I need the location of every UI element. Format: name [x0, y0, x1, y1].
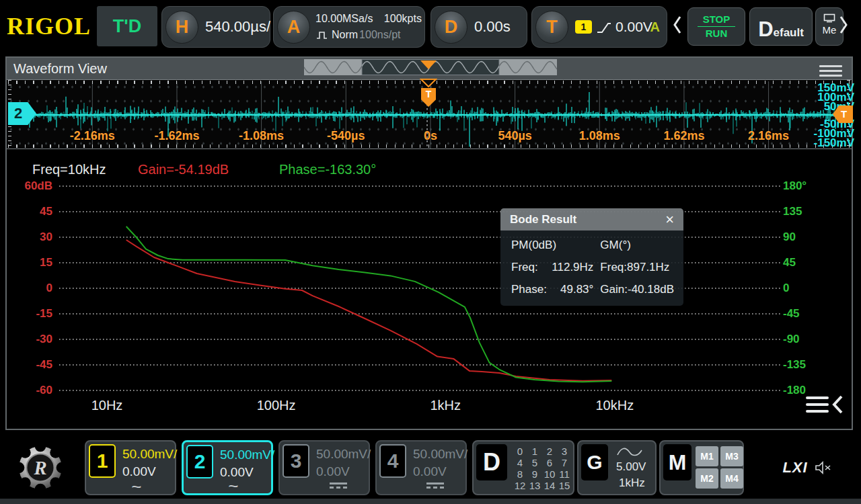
math-m3-button[interactable]: M3: [720, 446, 743, 466]
phase-axis-tick: 180°: [783, 179, 807, 193]
channel-offset: 0.00V: [316, 464, 350, 479]
result-label: Phase:: [511, 283, 547, 296]
lxi-status[interactable]: LXI: [759, 438, 856, 497]
gm-header: GM(°): [600, 239, 674, 252]
delay-group[interactable]: D 0.00s: [430, 6, 527, 48]
dialog-title: Bode Result: [510, 213, 576, 226]
dc-coupling-icon: [330, 482, 347, 489]
freq-axis-tick: 10Hz: [91, 398, 123, 413]
result-value: Gain:-40.18dB: [600, 283, 674, 296]
result-row: Freq:897.1Hz: [600, 261, 674, 274]
collapse-menu-icon[interactable]: [806, 395, 848, 418]
digital-channel-1: 1: [527, 446, 542, 457]
result-value: 49.83°: [560, 283, 593, 296]
time-label: 0s: [424, 129, 437, 143]
digital-channel-13: 13: [527, 480, 542, 491]
result-row: Phase:49.83°: [511, 283, 593, 296]
gain-axis-tick: 30: [5, 230, 52, 244]
stop-label: STOP: [703, 14, 731, 25]
generator-button[interactable]: G 5.00V 1kHz: [577, 440, 657, 495]
acquire-mode: Norm: [332, 29, 358, 41]
sample-rate: 10.00MSa/s: [315, 13, 373, 24]
channel-1-button[interactable]: 150.00mV/0.00V~: [85, 440, 176, 495]
gain-axis-tick: -60: [5, 384, 52, 397]
channel-4-button[interactable]: 450.00mV/0.00V: [375, 440, 467, 495]
navigator-position-icon[interactable]: [420, 60, 437, 69]
pulse-icon: [315, 30, 332, 40]
math-m4-button[interactable]: M4: [720, 468, 743, 489]
digital-channel-15: 15: [557, 480, 572, 491]
freq-axis-tick: 10kHz: [595, 398, 634, 413]
bode-result-dialog: Bode Result × PM(0dB) Freq:112.9HzPhase:…: [500, 208, 683, 306]
close-icon[interactable]: ×: [665, 212, 674, 227]
digital-channel-3: 3: [557, 446, 572, 457]
sound-muted-icon[interactable]: [815, 460, 832, 475]
math-m2-button[interactable]: M2: [696, 468, 718, 489]
ac-coupling-icon: ~: [228, 478, 238, 493]
time-label: 1.62ms: [663, 129, 704, 143]
menu-icon[interactable]: [819, 62, 842, 79]
gain-axis-tick: 0: [5, 282, 52, 295]
channel-scale: 50.00mV/: [316, 447, 371, 462]
gain-axis-tick: 15: [5, 256, 52, 269]
phase-axis-tick: -45: [783, 307, 800, 321]
trigger-position-icon[interactable]: [420, 79, 437, 87]
window-title: Waveform View: [13, 58, 107, 79]
phase-axis-tick: -135: [783, 358, 806, 372]
digital-channel-2: 2: [542, 446, 557, 457]
phase-axis-tick: 135: [783, 205, 802, 218]
time-label: -1.62ms: [154, 129, 199, 143]
channel-3-button[interactable]: 350.00mV/0.00V: [278, 440, 370, 495]
phase-axis-tick: -180: [783, 384, 806, 397]
bottom-strip: [0, 499, 861, 504]
channel-scale: 50.00mV/: [122, 447, 177, 462]
digital-channels-button[interactable]: D 0123456789101112131415: [472, 440, 574, 495]
volt-label: -150mV: [814, 138, 854, 148]
nav-left-icon[interactable]: [673, 15, 682, 35]
trigger-group[interactable]: T 1 0.00V A: [531, 6, 667, 48]
memory-depth: 100kpts: [384, 13, 422, 24]
trigger-knob[interactable]: T: [535, 11, 568, 44]
digital-channel-8: 8: [513, 468, 527, 480]
digital-channel-0: 0: [513, 446, 527, 457]
result-label: Freq:: [511, 261, 538, 274]
channel-2-button[interactable]: 250.00mV/0.00V~: [182, 440, 273, 495]
digital-badge: D: [476, 444, 507, 480]
gain-axis-tick: 45: [5, 205, 52, 218]
acquire-knob[interactable]: A: [277, 11, 310, 44]
dialog-header[interactable]: Bode Result ×: [500, 208, 683, 230]
digital-channel-5: 5: [527, 457, 542, 468]
acquire-group[interactable]: A 10.00MSa/s 100kpts Norm 100ns/pt: [273, 6, 425, 48]
phase-axis-tick: 0: [783, 282, 789, 295]
horizontal-knob[interactable]: H: [165, 11, 198, 44]
digital-channel-10: 10: [542, 468, 557, 480]
channel-4-badge: 4: [379, 444, 406, 478]
generator-frequency: 1kHz: [619, 476, 645, 490]
gain-axis-tick: 60dB: [5, 179, 52, 193]
digital-channel-9: 9: [527, 468, 542, 480]
digital-channel-11: 11: [557, 468, 572, 480]
trigger-sweep-mode: A: [650, 7, 660, 47]
math-button[interactable]: M M1M3M2M4: [659, 440, 744, 495]
lxi-label: LXI: [782, 459, 807, 476]
default-button[interactable]: Default: [749, 7, 813, 46]
rigol-gear-logo[interactable]: R: [7, 438, 74, 497]
generator-amplitude: 5.00V: [616, 460, 646, 474]
math-m1-button[interactable]: M1: [696, 446, 718, 466]
phase-axis-tick: -90: [783, 333, 800, 346]
freq-axis-tick: 1kHz: [430, 398, 461, 413]
delay-knob[interactable]: D: [435, 11, 467, 44]
digital-channel-4: 4: [513, 457, 527, 468]
cursor-phase-readout: Phase=-163.30°: [279, 162, 376, 177]
sample-resolution: 100ns/pt: [359, 29, 400, 41]
stop-run-button[interactable]: STOP RUN: [687, 7, 745, 46]
dc-coupling-icon: [426, 482, 444, 489]
generator-badge: G: [581, 444, 608, 480]
divider: [698, 26, 735, 27]
freq-axis-tick: 100Hz: [257, 398, 296, 413]
nav-right-icon[interactable]: [839, 15, 848, 35]
sine-icon: [616, 447, 643, 458]
horizontal-group[interactable]: H 540.00µs/: [161, 6, 270, 48]
delay-value: 0.00s: [474, 7, 511, 47]
gain-axis-tick: -15: [5, 307, 52, 321]
